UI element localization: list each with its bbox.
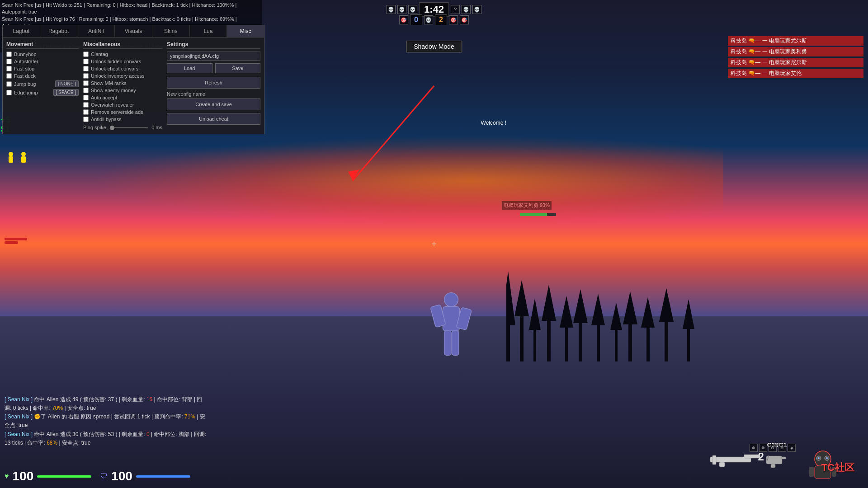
load-button[interactable]: Load xyxy=(167,63,212,73)
svg-line-28 xyxy=(353,86,434,181)
svg-rect-6 xyxy=(547,321,551,361)
unlock-cheat-label: Unlock cheat convars xyxy=(91,66,138,71)
shadow-mode-button[interactable]: Shadow Mode xyxy=(406,41,462,52)
fast-duck-checkbox[interactable] xyxy=(6,73,12,79)
remove-ads-checkbox[interactable] xyxy=(83,109,89,115)
skull-icon-6: 💀 xyxy=(472,5,481,14)
equip-5: ◈ xyxy=(788,444,796,452)
chat-log: [ Sean Nix ] 命中 Allen 造成 49 ( 预估伤害: 37 )… xyxy=(5,395,208,447)
svg-marker-11 xyxy=(573,289,588,323)
clantag-label: Clantag xyxy=(91,52,108,57)
svg-rect-18 xyxy=(646,328,650,361)
overwatch-row: Overwatch revealer xyxy=(83,102,162,108)
menu-body: Movement Bunnyhop Autostrafer Fast stop … xyxy=(3,38,264,134)
jump-bug-row: Jump bug [ NONE ] xyxy=(6,80,79,87)
show-enemy-money-checkbox[interactable] xyxy=(83,88,89,93)
kill-feed-row: Sean Nix Free [us | Hit Waldo to 251 | R… xyxy=(2,2,260,16)
red-arrow xyxy=(307,81,452,194)
tab-ragabot[interactable]: Ragabot xyxy=(40,25,78,37)
tab-lua[interactable]: Lua xyxy=(190,25,227,37)
unload-cheat-button[interactable]: Unload cheat xyxy=(167,113,260,125)
create-save-button[interactable]: Create and save xyxy=(167,99,260,110)
svg-marker-7 xyxy=(542,285,556,321)
misc-column: Miscellaneous Clantag Unlock hidden conv… xyxy=(83,41,162,130)
tab-antinil[interactable]: AntiNil xyxy=(77,25,115,37)
remove-ads-label: Remove serverside ads xyxy=(91,109,143,115)
chat-text-3: 命中 Allen 造成 30 ( 预估伤害: 53 ) | 剩余血量: 0 | … xyxy=(5,431,206,446)
remove-ads-row: Remove serverside ads xyxy=(83,109,162,115)
bunnyhop-checkbox[interactable] xyxy=(6,52,12,57)
ping-spike-row: Ping spike 0 ms xyxy=(83,125,162,130)
menu-tabs: Lagbot Ragabot AntiNil Visuals Skins Lua… xyxy=(3,25,264,38)
svg-marker-15 xyxy=(610,303,622,330)
fast-stop-checkbox[interactable] xyxy=(6,66,12,71)
tc-logo: TC社区 xyxy=(821,461,854,474)
enemy-info: 电脑玩家艾利勇 93% xyxy=(502,201,552,210)
show-mm-checkbox[interactable] xyxy=(83,80,89,86)
unlock-hidden-checkbox[interactable] xyxy=(83,59,89,64)
ping-slider[interactable] xyxy=(110,127,148,128)
chat-name-1: [ Sean Nix ] xyxy=(5,396,33,403)
svg-point-26 xyxy=(21,152,26,156)
config-input[interactable] xyxy=(167,52,260,61)
svg-rect-10 xyxy=(579,323,582,361)
team-icon-1: 🎯 xyxy=(399,15,408,24)
save-button[interactable]: Save xyxy=(215,63,261,73)
chat-text-2: ✊了 Allen 的 右腿 原因 spread | 尝试回调 1 tick | … xyxy=(5,413,205,428)
svg-point-30 xyxy=(444,293,458,307)
team-row: 科技岛 🔫— 一 电脑玩家尤尔斯 xyxy=(728,36,863,46)
svg-marker-3 xyxy=(514,280,529,316)
clantag-row: Clantag xyxy=(83,52,162,57)
jump-bug-key[interactable]: [ NONE ] xyxy=(55,80,79,87)
question-icon: ? xyxy=(451,5,460,14)
ct-skull-icon: 💀 xyxy=(387,5,396,14)
overwatch-label: Overwatch revealer xyxy=(91,102,134,108)
svg-point-52 xyxy=(826,457,828,459)
tab-skins[interactable]: Skins xyxy=(152,25,190,37)
auto-accept-checkbox[interactable] xyxy=(83,95,89,100)
refresh-button[interactable]: Refresh xyxy=(167,77,260,89)
auto-accept-label: Auto accept xyxy=(91,95,117,100)
svg-rect-22 xyxy=(687,329,690,361)
svg-rect-16 xyxy=(628,324,632,361)
trees-silhouette xyxy=(506,271,823,361)
chat-text-1: 命中 Allen 造成 49 ( 预估伤害: 37 ) | 剩余血量: 16 |… xyxy=(5,396,202,411)
bunnyhop-row: Bunnyhop xyxy=(6,52,79,57)
svg-rect-41 xyxy=(712,455,716,465)
autostrafer-checkbox[interactable] xyxy=(6,59,12,64)
score-row: 🎯 0 💀 2 🎯 🎯 xyxy=(399,14,469,25)
edge-jump-key[interactable]: [ SPACE ] xyxy=(53,89,79,96)
svg-rect-2 xyxy=(520,316,524,361)
settings-header: Settings xyxy=(167,41,260,49)
bunnyhop-label: Bunnyhop xyxy=(14,52,37,57)
svg-point-51 xyxy=(818,457,820,459)
tab-visuals[interactable]: Visuals xyxy=(115,25,152,37)
svg-marker-9 xyxy=(560,296,573,328)
jump-bug-checkbox[interactable] xyxy=(6,81,12,87)
team-icon-3: 🎯 xyxy=(460,15,469,24)
health-display: ♥ 100 xyxy=(5,469,91,483)
svg-rect-47 xyxy=(809,467,814,477)
overwatch-checkbox[interactable] xyxy=(83,102,89,108)
fast-duck-label: Fast duck xyxy=(14,73,36,79)
svg-rect-34 xyxy=(444,331,451,355)
svg-rect-14 xyxy=(615,330,618,361)
cheat-menu: Lagbot Ragabot AntiNil Visuals Skins Lua… xyxy=(2,25,264,134)
health-value: 100 xyxy=(13,469,34,483)
tab-misc[interactable]: Misc xyxy=(227,25,264,37)
svg-marker-19 xyxy=(641,297,655,328)
unlock-inventory-checkbox[interactable] xyxy=(83,73,89,79)
edge-jump-checkbox[interactable] xyxy=(6,90,12,95)
tab-lagbot[interactable]: Lagbot xyxy=(3,25,40,37)
svg-rect-20 xyxy=(665,322,668,361)
unlock-cheat-checkbox[interactable] xyxy=(83,66,89,71)
new-config-label: New config name xyxy=(167,91,260,97)
antidll-checkbox[interactable] xyxy=(83,117,89,122)
armor-icon: 🛡 xyxy=(100,472,108,480)
clantag-checkbox[interactable] xyxy=(83,52,89,57)
enemy-hp-bar xyxy=(520,212,556,218)
ping-spike-label: Ping spike xyxy=(83,125,106,130)
svg-rect-43 xyxy=(771,464,775,468)
edge-jump-label: Edge jump xyxy=(14,90,38,95)
svg-rect-44 xyxy=(781,457,786,459)
